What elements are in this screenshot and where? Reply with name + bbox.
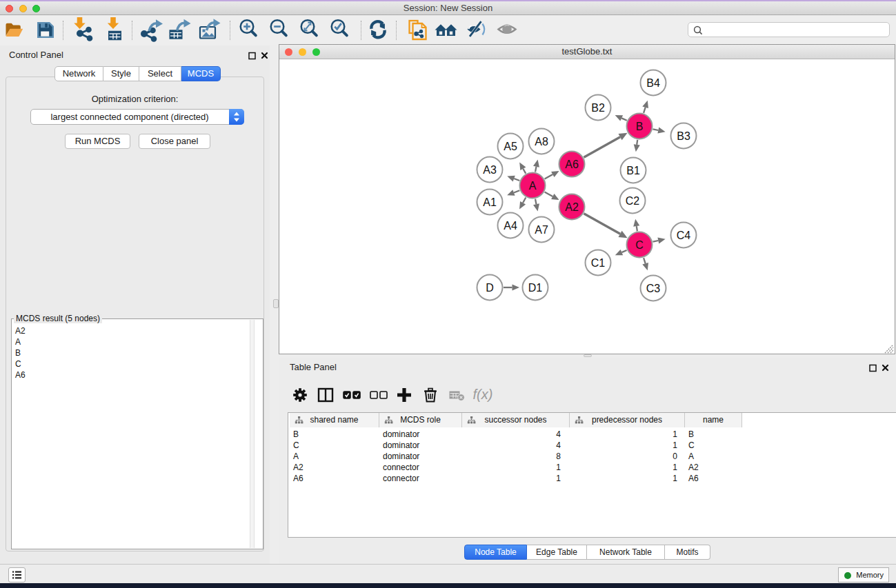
svg-text:B: B — [636, 121, 644, 132]
svg-text:f(x): f(x) — [473, 387, 493, 402]
svg-text:B3: B3 — [677, 130, 690, 142]
svg-text:A8: A8 — [535, 136, 548, 148]
svg-text:A4: A4 — [504, 220, 517, 232]
svg-text:D1: D1 — [528, 282, 543, 294]
svg-text:C1: C1 — [591, 257, 606, 269]
svg-text:C: C — [635, 239, 644, 251]
svg-text:A3: A3 — [483, 164, 497, 176]
svg-text:C4: C4 — [677, 230, 691, 241]
svg-text:A6: A6 — [565, 159, 579, 170]
svg-text:C2: C2 — [626, 195, 640, 207]
svg-text:B1: B1 — [626, 165, 640, 176]
svg-text:D: D — [486, 282, 494, 294]
svg-text:A1: A1 — [483, 196, 497, 208]
svg-text:B2: B2 — [591, 102, 605, 114]
svg-text:B4: B4 — [646, 77, 660, 89]
svg-text:A5: A5 — [504, 141, 517, 152]
svg-text:A2: A2 — [565, 201, 579, 213]
svg-text:A: A — [529, 180, 537, 192]
svg-text:C3: C3 — [646, 283, 661, 294]
svg-text:A7: A7 — [535, 224, 548, 236]
